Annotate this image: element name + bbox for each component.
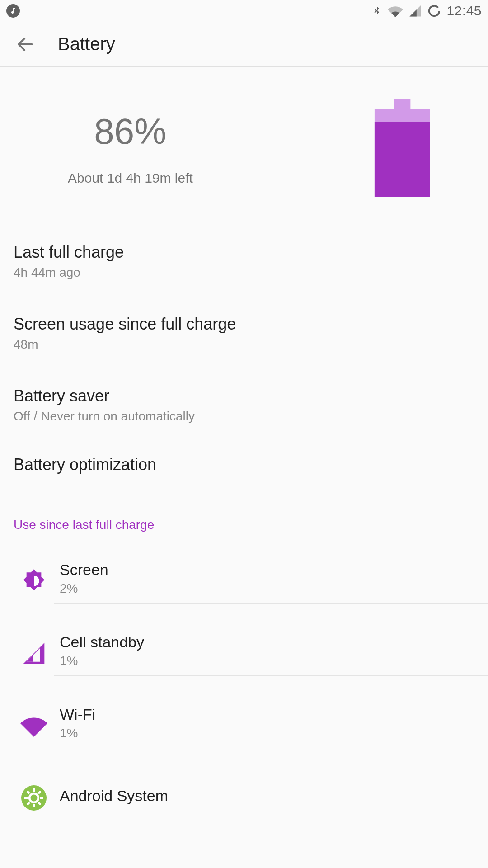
- battery-hero[interactable]: 86% About 1d 4h 19m left: [0, 67, 488, 230]
- usage-title: Android System: [60, 787, 488, 805]
- android-icon: [14, 785, 54, 811]
- row-sub: Off / Never turn on automatically: [14, 409, 474, 424]
- screen-usage-row[interactable]: Screen usage since full charge 48m: [0, 302, 488, 365]
- status-bar: 12:45: [0, 0, 488, 22]
- row-title: Battery optimization: [14, 455, 474, 474]
- row-sub: 4h 44m ago: [14, 265, 474, 280]
- battery-saver-row[interactable]: Battery saver Off / Never turn on automa…: [0, 374, 488, 437]
- svg-rect-3: [375, 122, 430, 197]
- back-button[interactable]: [11, 30, 40, 59]
- row-title: Last full charge: [14, 243, 474, 262]
- last-full-charge-row[interactable]: Last full charge 4h 44m ago: [0, 230, 488, 293]
- usage-row-cell[interactable]: Cell standby 1%: [0, 617, 488, 689]
- page-title: Battery: [58, 34, 115, 54]
- app-bar: Battery: [0, 22, 488, 67]
- usage-sub: 2%: [60, 581, 488, 596]
- usage-sub: 1%: [60, 654, 488, 668]
- usage-row-screen[interactable]: Screen 2%: [0, 545, 488, 617]
- wifi-status-icon: [388, 5, 403, 17]
- content: 86% About 1d 4h 19m left Last full charg…: [0, 67, 488, 834]
- row-sub: 48m: [14, 337, 474, 352]
- loading-icon: [427, 4, 441, 18]
- status-clock: 12:45: [446, 3, 482, 19]
- wifi-icon: [14, 714, 54, 737]
- svg-rect-1: [394, 99, 411, 108]
- usage-title: Screen: [60, 561, 488, 579]
- brightness-icon: [14, 568, 54, 594]
- usage-sub: 1%: [60, 726, 488, 741]
- cell-icon: [14, 641, 54, 666]
- cell-status-icon: [408, 5, 422, 17]
- usage-section-header: Use since last full charge: [0, 493, 488, 545]
- battery-remaining: About 1d 4h 19m left: [68, 170, 193, 186]
- battery-optimization-row[interactable]: Battery optimization: [0, 437, 488, 493]
- battery-icon: [366, 99, 438, 198]
- svg-point-0: [429, 6, 440, 16]
- row-title: Battery saver: [14, 387, 474, 406]
- bluetooth-icon: [371, 4, 382, 18]
- row-title: Screen usage since full charge: [14, 315, 474, 334]
- usage-title: Wi-Fi: [60, 706, 488, 723]
- music-icon: [6, 4, 20, 18]
- usage-title: Cell standby: [60, 633, 488, 651]
- battery-percent: 86%: [68, 111, 193, 152]
- usage-row-android[interactable]: Android System: [0, 762, 488, 834]
- usage-row-wifi[interactable]: Wi-Fi 1%: [0, 689, 488, 762]
